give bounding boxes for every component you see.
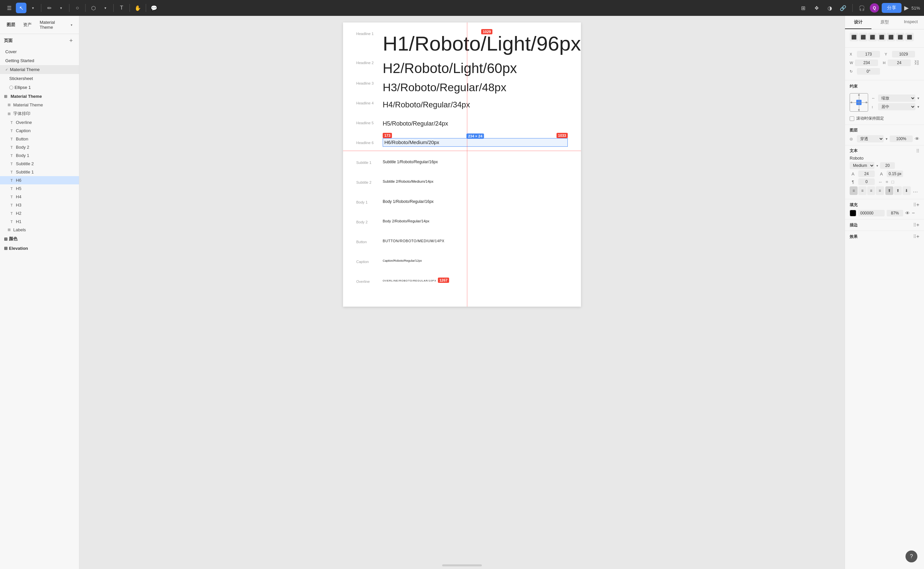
select-tool[interactable]: ↖	[16, 3, 26, 13]
page-item-stickersheet[interactable]: Stickersheet	[0, 74, 79, 83]
play-button[interactable]: ▶	[904, 4, 909, 12]
shape-tool-arrow[interactable]: ▾	[100, 3, 111, 13]
effects-add-btn[interactable]: +	[916, 234, 919, 240]
lock-ratio-btn[interactable]: ⛓	[914, 60, 919, 66]
text-vert-top-btn[interactable]: ⬆	[885, 186, 893, 195]
text-align-justify-btn[interactable]: ≡	[876, 186, 884, 195]
fix-when-scroll-checkbox[interactable]	[849, 116, 854, 121]
fill-opacity-input[interactable]	[887, 210, 903, 216]
link-tool[interactable]: 🔗	[838, 3, 848, 13]
canvas[interactable]: Headline 1 H1/Roboto/Light/96px Headline…	[79, 16, 845, 569]
text-vert-bot-btn[interactable]: ⬇	[903, 186, 910, 195]
layer-h5[interactable]: T H5	[0, 184, 79, 193]
select-tool-2[interactable]: ▾	[28, 3, 38, 13]
y-input[interactable]	[892, 51, 915, 58]
font-style-select[interactable]: Medium	[849, 162, 874, 169]
text-align-left-btn[interactable]: ≡	[849, 186, 858, 195]
stroke-drag-icon[interactable]: ⠿	[913, 222, 916, 228]
section-label-colors: 颜色	[9, 236, 18, 242]
overline-wrapper: OVERLINE/ROBOTO/REGULAR/10PX 1267	[383, 277, 568, 283]
opacity-input[interactable]	[890, 135, 913, 142]
layer-button[interactable]: T Button	[0, 135, 79, 143]
layer-h2[interactable]: T H2	[0, 209, 79, 218]
text-vert-mid-btn[interactable]: ⬆	[894, 186, 902, 195]
align-center-h-btn[interactable]: ⬛	[859, 33, 868, 41]
project-name[interactable]: Material Theme ▾	[37, 18, 75, 31]
effects-title: 效果	[849, 234, 913, 240]
fill-add-btn[interactable]: +	[916, 202, 919, 208]
text-more-btn[interactable]: …	[912, 186, 919, 195]
component-tool[interactable]: ❖	[811, 3, 822, 13]
layer-subtitle2[interactable]: T Subtitle 2	[0, 160, 79, 168]
pen-tool[interactable]: ✏	[44, 3, 55, 13]
text-drag-icon[interactable]: ⠿	[916, 148, 919, 154]
fill-hex-input[interactable]	[858, 210, 885, 216]
layer-overline[interactable]: T Overline	[0, 118, 79, 126]
pen-tool-arrow[interactable]: ▾	[56, 3, 66, 13]
visibility-button[interactable]: 👁	[915, 136, 919, 141]
letter-spacing-input[interactable]	[887, 170, 903, 177]
layer-body2[interactable]: T Body 2	[0, 143, 79, 151]
line-height-input[interactable]	[858, 170, 875, 177]
layer-typography[interactable]: ⊞ 字体排印	[0, 109, 79, 118]
theme-tool[interactable]: ◑	[825, 3, 835, 13]
layer-h6[interactable]: T H6	[0, 176, 79, 184]
rotation-input[interactable]	[857, 68, 880, 75]
share-button[interactable]: 分享	[882, 3, 901, 13]
frame-tool[interactable]: ⊞	[798, 3, 809, 13]
shape-tool[interactable]: ⬡	[88, 3, 99, 13]
text-tool[interactable]: T	[116, 3, 127, 13]
add-page-button[interactable]: +	[67, 37, 75, 45]
layer-h4[interactable]: T H4	[0, 193, 79, 201]
layer-labels[interactable]: ⊞ Labels	[0, 226, 79, 234]
comment-tool[interactable]: 💬	[149, 3, 159, 13]
tab-design[interactable]: 设计	[845, 16, 871, 29]
menu-button[interactable]: ☰	[4, 3, 15, 13]
layer-caption[interactable]: T Caption	[0, 126, 79, 135]
h-input[interactable]	[887, 59, 911, 66]
page-item-material-theme[interactable]: ✓ Material Theme	[0, 65, 79, 74]
fill-remove-btn[interactable]: −	[912, 210, 915, 216]
headphones-icon[interactable]: 🎧	[857, 3, 867, 13]
tab-assets[interactable]: 资产	[20, 20, 34, 29]
align-top-btn[interactable]: ⬛	[877, 33, 886, 41]
page-item-cover[interactable]: Cover	[0, 47, 79, 56]
layer-material-theme-sub[interactable]: ⊞ Material Theme	[0, 101, 79, 109]
text-align-center-btn[interactable]: ≡	[858, 186, 866, 195]
section-colors[interactable]: ⊞ 颜色	[0, 234, 79, 244]
help-button[interactable]: ?	[906, 551, 917, 562]
paragraph-input[interactable]	[858, 178, 875, 185]
layer-subtitle1[interactable]: T Subtitle 1	[0, 168, 79, 176]
constraint-x-select[interactable]: 缩放	[878, 94, 915, 102]
section-material-theme[interactable]: ⊞ Material Theme	[0, 92, 79, 101]
constraint-y-select[interactable]: 居中	[878, 103, 915, 110]
tab-inspect[interactable]: Inspect	[898, 16, 924, 29]
layer-h1[interactable]: T H1	[0, 218, 79, 226]
page-item-ellipse[interactable]: Ellipse 1	[0, 83, 79, 92]
section-elevation[interactable]: ⊞ Elevation	[0, 244, 79, 253]
align-center-v-btn[interactable]: ⬛	[887, 33, 895, 41]
font-size-input[interactable]	[880, 162, 895, 169]
effects-drag-icon[interactable]: ⠿	[913, 234, 916, 239]
page-item-getting-started[interactable]: Getting Started	[0, 56, 79, 65]
x-input[interactable]	[857, 51, 880, 58]
align-right-btn[interactable]: ⬛	[868, 33, 877, 41]
hand-tool[interactable]: ✋	[132, 3, 143, 13]
layer-body1[interactable]: T Body 1	[0, 151, 79, 160]
fill-visibility-btn[interactable]: 👁	[905, 210, 910, 216]
tab-layers[interactable]: 图层	[4, 20, 18, 29]
fill-color-swatch[interactable]	[849, 210, 856, 216]
align-bottom-btn[interactable]: ⬛	[896, 33, 904, 41]
circle-tool[interactable]: ○	[72, 3, 83, 13]
text-align-right-btn[interactable]: ≡	[867, 186, 875, 195]
layer-h3[interactable]: T H3	[0, 201, 79, 209]
distribute-h-btn[interactable]: ⬛	[905, 33, 914, 41]
stroke-add-btn[interactable]: +	[916, 222, 919, 228]
constraint-selects: ↔ 缩放 ▾ ↕ 居中 ▾	[871, 94, 919, 110]
w-input[interactable]	[855, 59, 878, 66]
canvas-scrollbar[interactable]	[442, 564, 482, 566]
align-left-btn[interactable]: ⬛	[849, 33, 858, 41]
tab-prototype[interactable]: 原型	[871, 16, 898, 29]
blend-mode-select[interactable]: 穿透	[857, 135, 884, 142]
fill-drag-icon[interactable]: ⠿	[913, 202, 916, 207]
